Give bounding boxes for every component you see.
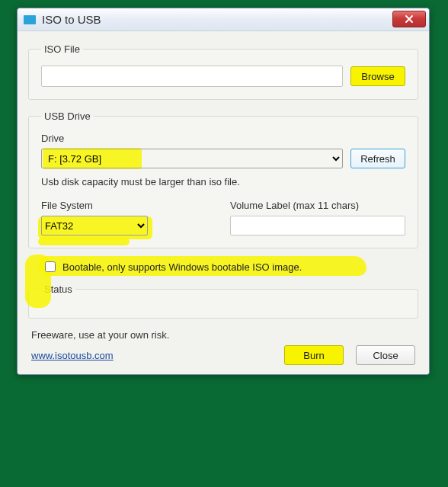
iso-path-input[interactable] bbox=[41, 66, 343, 87]
browse-button[interactable]: Browse bbox=[350, 66, 405, 86]
disclaimer-text: Freeware, use at your own risk. bbox=[31, 329, 415, 341]
usb-drive-group: USB Drive Drive F: [3.72 GB] Refresh Usb… bbox=[28, 111, 418, 248]
window-title: ISO to USB bbox=[42, 13, 101, 26]
titlebar: ISO to USB bbox=[18, 8, 429, 31]
capacity-hint: Usb disk capacity must be larger than is… bbox=[41, 176, 405, 187]
footer: Freeware, use at your own risk. www.isot… bbox=[28, 329, 418, 365]
volume-label-input[interactable] bbox=[230, 216, 405, 235]
burn-button[interactable]: Burn bbox=[284, 345, 344, 365]
filesystem-label: File System bbox=[41, 200, 216, 211]
app-icon bbox=[24, 15, 36, 24]
drive-label: Drive bbox=[41, 133, 405, 144]
iso-file-legend: ISO File bbox=[41, 43, 83, 55]
usb-drive-legend: USB Drive bbox=[41, 111, 94, 122]
bootable-row: Bootable, only supports Windows bootable… bbox=[42, 259, 418, 274]
bootable-checkbox[interactable] bbox=[45, 261, 56, 272]
window-close-button[interactable] bbox=[392, 11, 426, 27]
drive-select[interactable]: F: [3.72 GB] bbox=[41, 149, 343, 168]
refresh-button[interactable]: Refresh bbox=[350, 149, 405, 168]
status-legend: Status bbox=[41, 284, 75, 295]
close-button[interactable]: Close bbox=[356, 345, 415, 365]
window-content: ISO File Browse USB Drive Drive F: [3.72… bbox=[18, 31, 429, 374]
website-link[interactable]: www.isotousb.com bbox=[31, 350, 114, 361]
bootable-label: Bootable, only supports Windows bootable… bbox=[62, 261, 302, 273]
status-group: Status bbox=[28, 284, 418, 319]
app-window: ISO to USB ISO File Browse USB Drive Dri… bbox=[17, 8, 430, 375]
close-icon bbox=[405, 14, 414, 24]
volume-label-label: Volume Label (max 11 chars) bbox=[230, 200, 405, 211]
iso-file-group: ISO File Browse bbox=[28, 43, 418, 100]
filesystem-select[interactable]: FAT32 bbox=[41, 216, 148, 235]
